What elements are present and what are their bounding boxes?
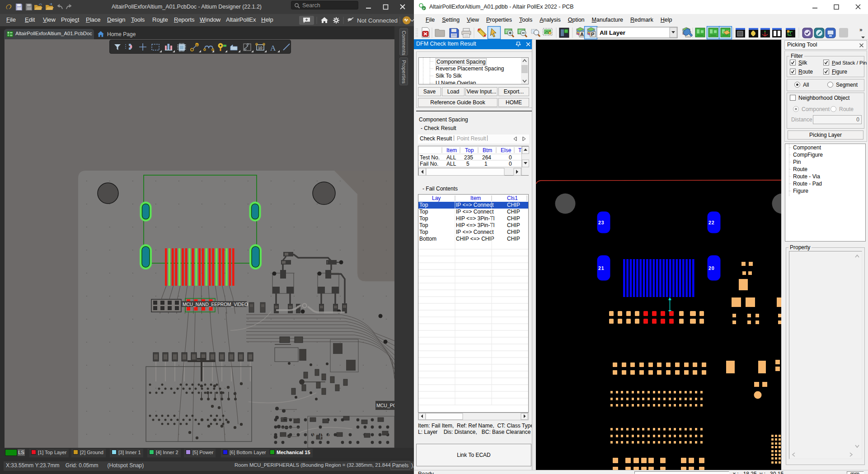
svg-text:A: A bbox=[270, 44, 276, 52]
svg-text:V P A: V P A bbox=[312, 432, 332, 441]
svg-text:20: 20 bbox=[708, 265, 715, 271]
svg-text:Not Connected: Not Connected bbox=[357, 17, 398, 24]
svg-text:»: » bbox=[859, 27, 863, 33]
svg-text:21: 21 bbox=[598, 265, 605, 271]
svg-text:P: P bbox=[423, 7, 425, 10]
svg-text:P: P bbox=[591, 32, 594, 37]
svg-text:MCU_NAND_EEPROM_VIDEO: MCU_NAND_EEPROM_VIDEO bbox=[183, 302, 248, 307]
svg-text:A: A bbox=[580, 32, 584, 37]
svg-text:MCU_POW: MCU_POW bbox=[376, 403, 394, 408]
svg-text:22: 22 bbox=[708, 220, 715, 225]
svg-text:All Layer: All Layer bbox=[600, 29, 626, 36]
svg-text:23: 23 bbox=[598, 220, 605, 225]
svg-text:10: 10 bbox=[258, 46, 263, 50]
